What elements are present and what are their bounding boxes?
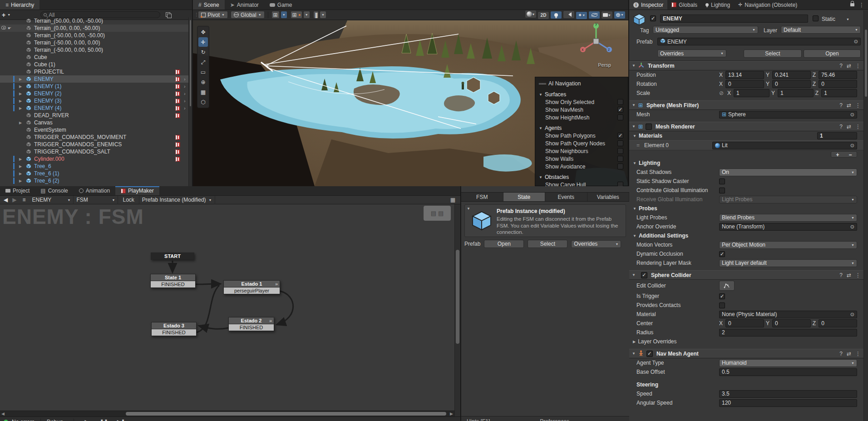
material-object-field[interactable]: Lit ⊙ bbox=[712, 142, 857, 149]
center-x-field[interactable]: 0 bbox=[725, 319, 764, 327]
hierarchy-item-tree-6[interactable]: ▶ Tree_6 bbox=[0, 163, 188, 170]
foldout-additional-settings[interactable]: ▼Additional Settings bbox=[629, 231, 863, 240]
2d-icon[interactable]: 2D bbox=[538, 11, 549, 20]
component-header-sphere-collider[interactable]: ▼ ✓ Sphere Collider ? ⇄ ⋮ bbox=[629, 270, 863, 280]
receive-global-illumination-dropdown[interactable]: Light Probes▼ bbox=[719, 196, 857, 203]
hierarchy-item-enemy-3-[interactable]: ▶ ENEMY (3)› bbox=[0, 97, 188, 104]
layer-dropdown[interactable]: Default▼ bbox=[781, 26, 861, 34]
presets-icon[interactable]: ⇄ bbox=[847, 124, 851, 130]
hierarchy-item-terrain-50-00-0-00-50-00-[interactable]: Terrain_(-50.00, 0.00, 50.00) bbox=[0, 46, 188, 54]
anchor-override-object-field[interactable]: None (Transform) ⊙ bbox=[719, 223, 857, 231]
fsm-state-state1[interactable]: State 1 FINISHED bbox=[150, 274, 196, 288]
presets-icon[interactable]: ⇄ bbox=[847, 272, 851, 278]
component-header-transform[interactable]: ▼ Transform ? ⇄ ⋮ bbox=[629, 61, 863, 70]
remove-element-button[interactable]: − bbox=[844, 152, 857, 157]
rect-tool-icon[interactable]: ▭ bbox=[198, 67, 208, 77]
camera-icon[interactable]: ▼ bbox=[601, 11, 613, 19]
checkbox[interactable] bbox=[617, 163, 623, 169]
state-transition-event[interactable]: FINISHED bbox=[151, 329, 197, 336]
nav-section-surfaces[interactable]: ▼Surfaces bbox=[539, 91, 624, 98]
perspective-label[interactable]: Persp bbox=[598, 62, 611, 68]
enabled-checkbox[interactable]: ✓ bbox=[641, 272, 647, 278]
enabled-checkbox[interactable] bbox=[646, 124, 652, 130]
ai-navigation-header[interactable]: ══ AI Navigation bbox=[539, 79, 624, 88]
hierarchy-item-cylinder-000[interactable]: ▶ Cylinder.000 bbox=[0, 155, 188, 163]
expand-arrow-icon[interactable]: ▶ bbox=[19, 172, 22, 176]
checkbox[interactable] bbox=[617, 156, 623, 162]
fold-icon[interactable]: ▼ bbox=[632, 103, 636, 107]
position-y-field[interactable]: 0.241 bbox=[772, 71, 811, 79]
state-transition-event[interactable]: FINISHED bbox=[228, 324, 274, 331]
checkbox[interactable] bbox=[617, 99, 623, 105]
object-picker-icon[interactable]: ⊙ bbox=[850, 143, 854, 149]
state-title[interactable]: State 1 bbox=[150, 274, 196, 281]
materials-count-field[interactable]: 1 bbox=[817, 132, 857, 139]
rendering-layer-mask-dropdown[interactable]: Light Layer default▼ bbox=[719, 259, 857, 267]
back-button[interactable]: ◀ bbox=[4, 197, 8, 203]
light-probes-dropdown[interactable]: Blend Probes▼ bbox=[719, 214, 857, 222]
nav-item-show-only-selected[interactable]: Show Only Selected bbox=[539, 98, 624, 106]
fold-icon[interactable]: ▼ bbox=[632, 64, 636, 68]
scene-picker-icon[interactable] bbox=[166, 12, 171, 17]
graph-horizontal-scrollbar[interactable]: ◀ ▶ bbox=[0, 411, 454, 416]
hierarchy-item-cube[interactable]: Cube bbox=[0, 54, 188, 61]
prefab-field[interactable]: ENEMY ⊙ bbox=[657, 38, 861, 45]
hierarchy-item-trigger-comandos-moviment[interactable]: TRIGGER_COMANDOS_MOVIMENT bbox=[0, 134, 188, 141]
nav-item-show-heightmesh[interactable]: Show HeightMesh bbox=[539, 114, 624, 121]
tab-game[interactable]: Game bbox=[264, 0, 298, 10]
hierarchy-item-tree-6-1-[interactable]: ▶ Tree_6 (1) bbox=[0, 170, 188, 177]
radius-field[interactable]: 2 bbox=[719, 329, 857, 337]
checkbox[interactable] bbox=[617, 140, 623, 146]
grid-snap-button[interactable]: ⊞ bbox=[291, 11, 302, 19]
fold-icon[interactable]: ▼ bbox=[632, 273, 636, 277]
object-picker-icon[interactable]: ⊙ bbox=[854, 39, 858, 45]
fsm-tab-events[interactable]: Events bbox=[545, 193, 587, 201]
mesh-object-field[interactable]: ⊞Sphere ⊙ bbox=[719, 111, 857, 119]
transform-tool-icon[interactable]: ⊕ bbox=[198, 77, 208, 87]
object-picker-icon[interactable]: ⊙ bbox=[850, 312, 854, 317]
component-header-mesh-renderer[interactable]: ▼ ⊞ Mesh Renderer ? ⇄ ⋮ bbox=[629, 122, 863, 131]
tab-animation[interactable]: Animation bbox=[74, 186, 115, 195]
step-icon[interactable]: ▶❚ bbox=[114, 419, 128, 421]
angular-speed-field[interactable]: 120 bbox=[719, 399, 857, 407]
hierarchy-item-enemy-2-[interactable]: ▶ ENEMY (2)› bbox=[0, 90, 188, 97]
tab-scene[interactable]: # Scene bbox=[193, 0, 225, 10]
rotation-x-field[interactable]: 0 bbox=[725, 80, 764, 88]
help-icon[interactable]: ? bbox=[839, 272, 843, 278]
checkbox[interactable]: ✓ bbox=[617, 133, 623, 139]
name-field[interactable]: ENEMY bbox=[660, 15, 808, 23]
nav-section-obstacles[interactable]: ▼Obstacles bbox=[539, 173, 624, 181]
state-title[interactable]: Estado 3 bbox=[151, 322, 197, 329]
drag-handle-icon[interactable]: ══ bbox=[539, 80, 546, 87]
hierarchy-item-eventsystem[interactable]: EventSystem bbox=[0, 126, 188, 134]
lock-toggle[interactable]: Lock bbox=[123, 197, 134, 203]
presets-icon[interactable]: ⇄ bbox=[847, 102, 851, 109]
scroll-left-icon[interactable]: ◀ bbox=[1, 411, 5, 416]
prefab-open-chevron-icon[interactable]: › bbox=[184, 84, 186, 89]
lock-icon[interactable] bbox=[850, 3, 854, 6]
static-checkbox[interactable] bbox=[813, 15, 819, 21]
hierarchy-item-canvas[interactable]: ▶ Canvas bbox=[0, 119, 188, 126]
expand-arrow-icon[interactable]: ▶ bbox=[19, 164, 22, 168]
tab-inspector[interactable]: i Inspector bbox=[629, 0, 667, 10]
state-transition-event[interactable]: perseguirPlayer bbox=[223, 287, 280, 294]
rotation-y-field[interactable]: 0 bbox=[772, 80, 811, 88]
fsm-state-estado1[interactable]: Estado 1 » perseguirPlayer bbox=[223, 280, 280, 294]
state-title[interactable]: Estado 1 » bbox=[223, 280, 280, 287]
nav-section-agents[interactable]: ▼Agents bbox=[539, 124, 624, 132]
nav-item-show-avoidance[interactable]: Show Avoidance bbox=[539, 163, 624, 170]
center-z-field[interactable]: 0 bbox=[819, 319, 857, 327]
checkbox[interactable]: ✓ bbox=[617, 107, 623, 113]
position-x-field[interactable]: 13.14 bbox=[725, 71, 764, 79]
scale-y-field[interactable]: 1 bbox=[778, 89, 814, 97]
orientation-gizmo[interactable]: y x z bbox=[577, 21, 616, 63]
effects-icon[interactable]: ✦ ▼ bbox=[576, 11, 587, 20]
shading-mode-icon[interactable]: ▼ bbox=[525, 10, 537, 18]
scale-x-field[interactable]: 1 bbox=[734, 89, 769, 97]
tag-dropdown[interactable]: Untagged▼ bbox=[653, 26, 758, 34]
expand-arrow-icon[interactable]: ▶ bbox=[19, 92, 22, 96]
hierarchy-item-cube-1-[interactable]: Cube (1) bbox=[0, 61, 188, 68]
open-button[interactable]: Open bbox=[804, 50, 861, 58]
audio-mute-icon[interactable] bbox=[563, 10, 575, 19]
expand-arrow-icon[interactable]: ▶ bbox=[19, 179, 22, 183]
